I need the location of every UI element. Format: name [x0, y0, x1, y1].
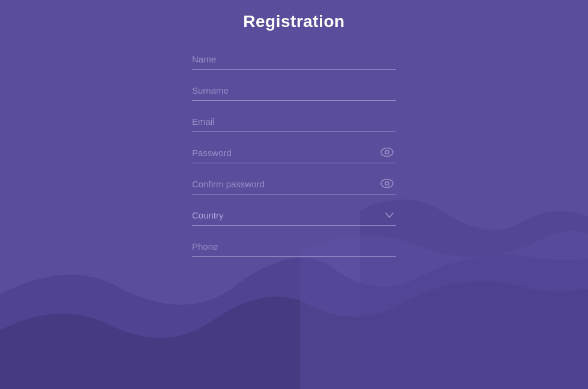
svg-point-3 — [381, 179, 393, 188]
country-form-field: Country United States United Kingdom Can… — [192, 205, 396, 226]
password-eye-icon[interactable] — [380, 148, 394, 159]
phone-input[interactable] — [192, 237, 396, 257]
name-form-field — [192, 49, 396, 70]
name-input[interactable] — [192, 49, 396, 70]
confirm-password-input[interactable] — [192, 174, 396, 194]
registration-form: Country United States United Kingdom Can… — [192, 49, 396, 268]
svg-point-4 — [385, 182, 389, 185]
svg-point-1 — [381, 148, 393, 157]
password-form-field — [192, 143, 396, 163]
svg-point-2 — [385, 151, 389, 154]
page-title: Registration — [243, 12, 344, 31]
page-container: Registration — [0, 0, 588, 389]
surname-input[interactable] — [192, 80, 396, 101]
email-input[interactable] — [192, 112, 396, 132]
confirm-password-eye-icon[interactable] — [380, 179, 394, 190]
confirm-password-form-field — [192, 174, 396, 194]
country-select[interactable]: Country United States United Kingdom Can… — [192, 205, 396, 226]
surname-form-field — [192, 80, 396, 101]
password-input[interactable] — [192, 143, 396, 163]
email-form-field — [192, 112, 396, 132]
phone-form-field — [192, 237, 396, 257]
